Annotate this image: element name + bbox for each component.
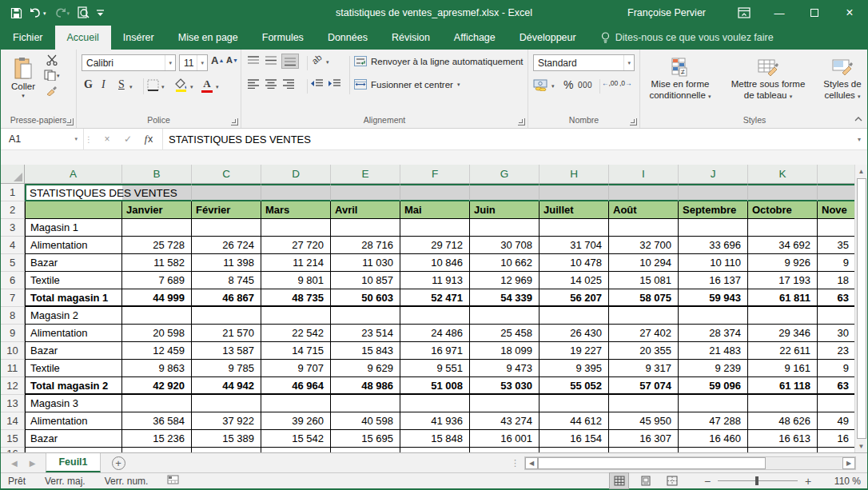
row-label-cell[interactable]: Bazar bbox=[25, 342, 122, 360]
font-dialog-launcher[interactable] bbox=[231, 118, 238, 125]
data-cell[interactable]: 9 707 bbox=[261, 360, 331, 377]
month-header-cell-1[interactable]: Janvier bbox=[122, 201, 192, 219]
data-cell[interactable]: 14 715 bbox=[261, 342, 331, 360]
data-cell[interactable] bbox=[400, 395, 470, 412]
data-cell[interactable]: 16 137 bbox=[679, 272, 748, 289]
user-name[interactable]: Françoise Pervier bbox=[627, 7, 706, 18]
data-cell[interactable]: 54 339 bbox=[470, 289, 540, 307]
data-cell-partial[interactable]: 35 bbox=[818, 237, 854, 254]
data-cell[interactable]: 46 867 bbox=[192, 289, 261, 307]
data-cell[interactable]: 22 542 bbox=[261, 325, 331, 342]
redo-button[interactable]: ▾ bbox=[54, 7, 70, 18]
selected-row-cell[interactable] bbox=[540, 184, 609, 201]
align-left-icon[interactable] bbox=[248, 79, 259, 89]
increase-indent-icon[interactable] bbox=[328, 79, 340, 89]
formula-input[interactable]: STATISTIQUES DES VENTES bbox=[163, 129, 851, 149]
row-label-cell[interactable]: Total magasin 1 bbox=[25, 289, 122, 307]
data-cell-partial[interactable]: 9 bbox=[818, 254, 854, 272]
data-cell[interactable]: 28 374 bbox=[679, 325, 748, 342]
tab-développeur[interactable]: Développeur bbox=[508, 26, 588, 50]
data-cell[interactable] bbox=[400, 219, 470, 237]
data-cell[interactable]: 10 857 bbox=[331, 272, 400, 289]
column-header-A[interactable]: A bbox=[25, 165, 122, 184]
data-cell[interactable]: 20 598 bbox=[122, 325, 192, 342]
merge-center-button[interactable]: Fusionner et centrer ▾ bbox=[354, 79, 460, 90]
data-cell[interactable] bbox=[122, 219, 192, 237]
data-cell[interactable]: 9 161 bbox=[748, 360, 818, 377]
data-cell[interactable]: 9 801 bbox=[261, 272, 331, 289]
data-cell[interactable] bbox=[748, 219, 818, 237]
data-cell[interactable]: 59 096 bbox=[679, 377, 748, 395]
align-middle-icon[interactable] bbox=[265, 56, 277, 66]
row-label-cell[interactable]: Textile bbox=[25, 272, 122, 289]
data-cell[interactable]: 34 692 bbox=[748, 237, 818, 254]
ribbon-display-options-icon[interactable] bbox=[727, 0, 762, 26]
comma-style-button[interactable]: 000 bbox=[578, 81, 592, 90]
tell-me-box[interactable]: Dites-nous ce que vous voulez faire bbox=[601, 26, 774, 50]
alignment-dialog-launcher[interactable] bbox=[518, 118, 525, 125]
data-cell[interactable] bbox=[261, 307, 331, 325]
selected-row-cell[interactable] bbox=[331, 184, 400, 201]
selected-row-cell[interactable] bbox=[609, 184, 679, 201]
data-cell[interactable]: 10 110 bbox=[679, 254, 748, 272]
selected-row-cell[interactable] bbox=[400, 184, 470, 201]
data-cell[interactable] bbox=[540, 219, 609, 237]
row-label-cell[interactable]: Alimentation bbox=[25, 325, 122, 342]
align-bottom-icon[interactable] bbox=[281, 54, 299, 69]
data-cell[interactable] bbox=[192, 307, 261, 325]
data-cell[interactable]: 29 346 bbox=[748, 325, 818, 342]
data-cell[interactable]: 17 193 bbox=[748, 272, 818, 289]
data-cell[interactable] bbox=[470, 219, 540, 237]
column-header-E[interactable]: E bbox=[331, 165, 400, 184]
data-cell[interactable]: 30 708 bbox=[470, 237, 540, 254]
data-cell[interactable]: 15 081 bbox=[609, 272, 679, 289]
data-cell[interactable] bbox=[609, 307, 679, 325]
clipboard-dialog-launcher[interactable] bbox=[66, 118, 74, 125]
data-cell[interactable] bbox=[470, 395, 540, 412]
selected-row-cell[interactable] bbox=[192, 184, 261, 201]
data-cell-partial[interactable] bbox=[818, 395, 854, 412]
data-cell[interactable]: 16 001 bbox=[470, 430, 540, 448]
data-cell[interactable]: 15 389 bbox=[192, 430, 261, 448]
data-cell[interactable] bbox=[122, 307, 192, 325]
data-cell-partial[interactable]: 30 bbox=[818, 325, 854, 342]
tab-affichage[interactable]: Affichage bbox=[442, 26, 508, 50]
paste-button[interactable]: Coller ▾ bbox=[5, 53, 42, 98]
data-cell[interactable] bbox=[748, 395, 818, 412]
data-cell[interactable]: 44 942 bbox=[192, 377, 261, 395]
data-cell[interactable]: 10 478 bbox=[540, 254, 609, 272]
data-cell[interactable] bbox=[331, 219, 400, 237]
data-cell[interactable]: 22 611 bbox=[748, 342, 818, 360]
page-layout-view-icon[interactable] bbox=[635, 472, 655, 489]
data-cell[interactable]: 33 696 bbox=[679, 237, 748, 254]
data-cell[interactable] bbox=[192, 395, 261, 412]
expand-formula-bar-icon[interactable]: ▾ bbox=[851, 129, 867, 149]
data-cell[interactable]: 44 999 bbox=[122, 289, 192, 307]
data-cell[interactable]: 47 288 bbox=[679, 412, 748, 430]
row-header-7[interactable]: 7 bbox=[1, 289, 25, 307]
tab-insérer[interactable]: Insérer bbox=[111, 26, 166, 50]
row-label-cell[interactable]: Total magasin 2 bbox=[25, 377, 122, 395]
data-cell[interactable]: 15 843 bbox=[331, 342, 400, 360]
data-cell[interactable]: 29 712 bbox=[400, 237, 470, 254]
data-cell[interactable]: 12 459 bbox=[122, 342, 192, 360]
align-center-icon[interactable] bbox=[265, 79, 277, 89]
data-cell[interactable] bbox=[331, 307, 400, 325]
data-cell-partial[interactable]: 18 bbox=[818, 272, 854, 289]
row-header-9[interactable]: 9 bbox=[1, 325, 25, 342]
data-cell[interactable]: 21 570 bbox=[192, 325, 261, 342]
column-header-J[interactable]: J bbox=[679, 165, 748, 184]
tab-données[interactable]: Données bbox=[316, 26, 380, 50]
data-cell[interactable]: 11 214 bbox=[261, 254, 331, 272]
month-header-cell-10[interactable]: Octobre bbox=[748, 201, 818, 219]
paste-dropdown-icon[interactable]: ▾ bbox=[22, 93, 25, 98]
zoom-out-button[interactable]: − bbox=[701, 475, 714, 488]
italic-button[interactable]: I bbox=[102, 78, 106, 91]
column-header-C[interactable]: C bbox=[192, 165, 261, 184]
normal-view-icon[interactable] bbox=[609, 472, 629, 489]
format-as-table-button[interactable]: Mettre sous formede tableau ▾ bbox=[725, 54, 811, 114]
data-cell[interactable]: 11 913 bbox=[400, 272, 470, 289]
row-label-cell[interactable]: Magasin 2 bbox=[25, 307, 122, 325]
data-cell[interactable]: 9 785 bbox=[192, 360, 261, 377]
data-cell[interactable] bbox=[540, 395, 609, 412]
